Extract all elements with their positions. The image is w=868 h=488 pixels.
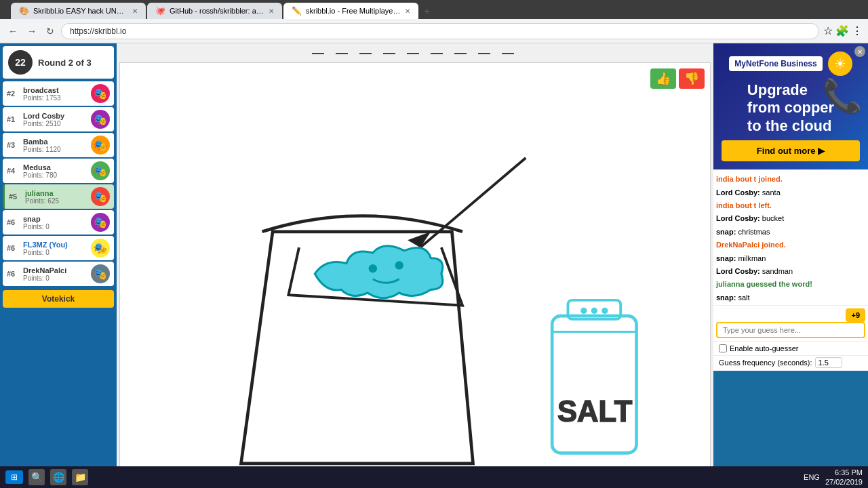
menu-icon[interactable]: ⋮ [852,24,863,37]
chat-input[interactable] [716,322,865,338]
player-item-6: #6 FL3MZ (You) Points: 0 🎭 [3,236,114,260]
chat-message-5: DrekNaPalci joined. [716,239,865,251]
back-button[interactable]: ← [5,23,20,39]
url-bar[interactable] [61,23,819,39]
svg-point-6 [580,308,587,314]
tab-close-3[interactable]: ✕ [405,7,410,15]
right-panel: ✕ MyNetFone Business ☀ Upgrade from copp… [713,43,868,488]
player-points-3: Points: 780 [23,171,87,179]
player-item-3: #4 Medusa Points: 780 🎭 [3,159,114,183]
browser-tab-1[interactable]: 🎨Skribbl.io EASY hack UNPATCH...✕ [11,3,146,19]
like-dislike-area: 👍 👎 [650,68,705,89]
auto-guesser-checkbox[interactable] [719,344,727,352]
browser-tab-2[interactable]: 🐙GitHub - rossh/skribbler: a ski...✕ [147,3,282,19]
votekick-button[interactable]: Votekick [3,290,114,308]
drawing-canvas[interactable]: 👍 👎 [119,62,711,485]
players-list: #2 broadcast Points: 1753 🎭 #1 Lord Cosb… [3,81,114,286]
chat-input-area: +9 [713,305,868,341]
drawing-canvas-svg: SALT [120,63,710,485]
player-rank-4: #5 [9,192,21,201]
taskbar: ⊞ 🔍 🌐 📁 ENG 6:35 PM 27/02/2019 [0,466,868,488]
ad-close-button[interactable]: ✕ [854,46,865,57]
chat-message-1: Lord Cosby: santa [716,186,865,199]
player-info-0: broadcast Points: 1753 [23,86,87,102]
player-avatar-0: 🎭 [91,84,110,103]
start-button[interactable]: ⊞ [5,470,23,484]
player-avatar-3: 🎭 [91,161,110,180]
player-avatar-2: 🎭 [91,136,110,155]
player-rank-1: #1 [7,115,19,123]
svg-line-0 [420,158,526,247]
player-item-5: #6 snap Points: 0 🎭 [3,210,114,235]
ad-sun-icon: ☀ [828,52,852,76]
player-name-3: Medusa [23,163,87,171]
svg-point-3 [395,261,403,269]
ad-logo: MyNetFone Business [734,59,816,68]
player-points-4: Points: 625 [25,197,87,205]
player-points-6: Points: 0 [23,249,87,256]
browser-toolbar-icons: ☆ 🧩 ⋮ [823,24,863,37]
auto-guesser-label: Enable auto-guesser [730,344,799,352]
ad-inner: ✕ MyNetFone Business ☀ Upgrade from copp… [713,43,868,169]
like-button[interactable]: 👍 [650,68,676,89]
chat-message-9: snap: salt [716,291,865,304]
svg-point-2 [369,264,377,272]
players-panel: 22 Round 2 of 3 #2 broadcast Points: 175… [0,43,117,488]
player-avatar-1: 🎭 [91,110,110,129]
new-tab-button[interactable]: + [420,4,434,19]
bookmark-icon[interactable]: ☆ [823,24,833,37]
player-points-0: Points: 1753 [23,94,87,102]
player-name-0: broadcast [23,86,87,94]
extensions-icon[interactable]: 🧩 [835,24,849,37]
taskbar-chrome-icon[interactable]: 🌐 [50,469,66,485]
player-item-4: #5 julianna Points: 625 🎭 [3,184,114,209]
chat-message-7: Lord Cosby: sandman [716,265,865,278]
chat-message-4: snap: christmas [716,226,865,239]
player-avatar-4: 🎭 [91,187,110,206]
ad-cta-button[interactable]: Find out more ▶ [722,140,860,161]
forward-button[interactable]: → [24,23,39,39]
player-avatar-5: 🎭 [91,213,110,232]
tab-close-1[interactable]: ✕ [132,7,138,15]
svg-marker-1 [408,232,431,247]
player-info-1: Lord Cosby Points: 2510 [23,112,87,127]
player-name-7: DrekNaPalci [23,266,87,274]
player-item-1: #1 Lord Cosby Points: 2510 🎭 [3,107,114,131]
tab-close-2[interactable]: ✕ [269,7,274,15]
round-number: 22 [8,50,33,75]
chat-plus-button[interactable]: +9 [846,308,865,322]
browser-tab-3[interactable]: ✏️skribbl.io - Free Multiplayer Dra...✕ [283,3,418,19]
chat-message-6: snap: milkman [716,252,865,265]
ad-phone-icon: 📞 [822,77,863,115]
player-name-5: snap [23,215,87,223]
ad-headline: Upgrade from copper to the cloud [747,81,834,135]
svg-rect-4 [552,316,636,453]
taskbar-explorer-icon[interactable]: 📁 [72,469,88,485]
freq-label: Guess frequency (seconds): [719,359,812,367]
player-rank-0: #2 [7,89,19,98]
player-points-1: Points: 2510 [23,120,87,127]
chat-message-0: india bout t joined. [716,173,865,186]
freq-input[interactable] [815,357,842,368]
player-rank-2: #3 [7,141,19,149]
player-name-6: FL3MZ (You) [23,241,87,249]
player-info-3: Medusa Points: 780 [23,163,87,179]
round-label: Round 2 of 3 [38,58,92,68]
chat-message-8: julianna guessed the word! [716,278,865,291]
player-info-4: julianna Points: 625 [25,189,87,205]
player-points-2: Points: 1120 [23,146,87,153]
dislike-button[interactable]: 👎 [679,68,705,89]
player-name-1: Lord Cosby [23,112,87,120]
player-info-7: DrekNaPalci Points: 0 [23,266,87,282]
browser-tabs: 🎨Skribbl.io EASY hack UNPATCH...✕🐙GitHub… [5,0,434,19]
player-info-2: Bamba Points: 1120 [23,138,87,153]
round-header: 22 Round 2 of 3 [3,46,114,79]
chat-message-2: india bout t left. [716,199,865,212]
svg-text:SALT: SALT [557,395,633,428]
player-rank-6: #6 [7,244,19,252]
player-rank-3: #4 [7,167,19,175]
player-item-0: #2 broadcast Points: 1753 🎭 [3,81,114,106]
taskbar-search-icon[interactable]: 🔍 [28,469,45,485]
player-info-6: FL3MZ (You) Points: 0 [23,241,87,256]
refresh-button[interactable]: ↻ [43,23,57,39]
